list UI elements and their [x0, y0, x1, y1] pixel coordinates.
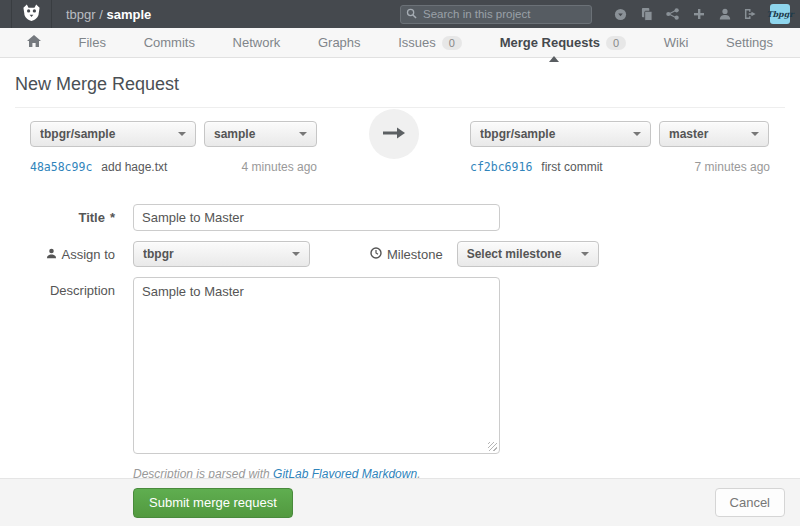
tanuki-icon	[21, 4, 42, 24]
project-owner[interactable]: tbpgr /	[66, 7, 103, 22]
nav-item-graphs[interactable]: Graphs	[318, 28, 361, 57]
target-branch-select[interactable]: master	[659, 121, 769, 147]
nav-item-merge-requests[interactable]: Merge Requests 0	[500, 28, 627, 57]
nav-label: Issues	[398, 35, 436, 50]
title-row: Title *	[15, 204, 785, 231]
target-commit-sha[interactable]: cf2bc6916	[470, 160, 532, 174]
milestone-label: Milestone	[370, 247, 443, 262]
description-label-text: Description	[50, 283, 115, 298]
title-label-text: Title	[78, 210, 105, 225]
compare-direction	[317, 121, 470, 159]
merge-direction-circle	[369, 109, 419, 159]
nav-label: Graphs	[318, 35, 361, 50]
source-commit-row: 48a58c99c add hage.txt 4 minutes ago	[30, 160, 317, 174]
chevron-down-icon	[633, 132, 641, 136]
description-row: Description Sample to Master	[15, 277, 785, 457]
source-branch-select[interactable]: sample	[204, 121, 317, 147]
target-repo-value: tbpgr/sample	[480, 127, 625, 141]
target-column: tbpgr/sample master cf2bc6916 first comm…	[470, 121, 770, 174]
cancel-button[interactable]: Cancel	[715, 488, 785, 517]
milestone-label-text: Milestone	[387, 247, 443, 262]
source-commit-sha[interactable]: 48a58c99c	[30, 160, 92, 174]
chevron-down-icon	[299, 132, 307, 136]
nav-item-files[interactable]: Files	[79, 28, 106, 57]
search-icon	[406, 7, 417, 22]
assignee-milestone-row: Assign to tbpgr Milestone Select milesto…	[15, 241, 785, 267]
page-title: New Merge Request	[15, 74, 785, 108]
assign-to-label: Assign to	[15, 247, 133, 262]
milestone-value: Select milestone	[467, 247, 573, 261]
description-textarea-wrap: Sample to Master	[133, 277, 500, 457]
compare-section: tbpgr/sample sample 48a58c99c add hage.t…	[15, 121, 785, 174]
nav-item-commits[interactable]: Commits	[144, 28, 195, 57]
nav-item-wiki[interactable]: Wiki	[664, 28, 689, 57]
target-commit-time: 7 minutes ago	[695, 160, 770, 174]
issues-count-badge: 0	[442, 36, 462, 50]
nav-label: Commits	[144, 35, 195, 50]
search-box[interactable]	[400, 5, 592, 24]
source-repo-value: tbpgr/sample	[40, 127, 170, 141]
form-actions-footer: Submit merge request Cancel	[0, 478, 800, 526]
main-content: New Merge Request tbpgr/sample sample 48…	[0, 74, 800, 481]
breadcrumb: tbpgr / sample	[66, 7, 151, 22]
new-project-icon[interactable]	[692, 8, 705, 21]
active-tab-caret-icon	[549, 56, 559, 62]
user-avatar[interactable]: Tbpgr	[770, 4, 790, 24]
clock-icon	[370, 247, 382, 262]
search-input[interactable]	[421, 7, 586, 21]
chevron-down-icon	[581, 252, 589, 256]
app-header: tbpgr / sample	[0, 0, 800, 28]
target-branch-value: master	[669, 127, 743, 141]
project-nav: Files Commits Network Graphs Issues 0 Me…	[0, 28, 800, 58]
globe-icon[interactable]	[614, 8, 627, 21]
source-branch-value: sample	[214, 127, 291, 141]
nav-label: Settings	[726, 35, 773, 50]
assign-to-label-text: Assign to	[62, 247, 115, 262]
source-column: tbpgr/sample sample 48a58c99c add hage.t…	[30, 121, 317, 174]
required-mark: *	[110, 210, 115, 225]
snippets-icon[interactable]	[640, 8, 653, 21]
network-icon[interactable]	[666, 8, 679, 21]
profile-icon[interactable]	[718, 8, 731, 21]
submit-merge-request-button[interactable]: Submit merge request	[133, 488, 293, 518]
gitlab-logo[interactable]	[11, 0, 52, 28]
title-label: Title *	[15, 210, 133, 225]
arrow-right-icon	[382, 127, 406, 142]
source-commit-message: add hage.txt	[101, 160, 167, 174]
source-commit-time: 4 minutes ago	[242, 160, 317, 174]
logout-icon[interactable]	[744, 8, 757, 21]
home-icon	[27, 35, 41, 51]
nav-item-home[interactable]	[27, 28, 41, 57]
user-icon	[46, 247, 57, 262]
description-textarea[interactable]: Sample to Master	[133, 277, 500, 454]
header-icon-bar	[614, 8, 757, 21]
nav-label: Wiki	[664, 35, 689, 50]
nav-label: Files	[79, 35, 106, 50]
nav-label: Merge Requests	[500, 35, 600, 50]
nav-item-settings[interactable]: Settings	[726, 28, 773, 57]
merge-request-form: Title * Assign to tbpgr	[15, 204, 785, 481]
assignee-value: tbpgr	[143, 247, 284, 261]
milestone-select[interactable]: Select milestone	[457, 241, 599, 267]
source-repo-select[interactable]: tbpgr/sample	[30, 121, 196, 147]
chevron-down-icon	[751, 132, 759, 136]
description-label: Description	[15, 283, 133, 298]
target-repo-select[interactable]: tbpgr/sample	[470, 121, 651, 147]
chevron-down-icon	[178, 132, 186, 136]
title-input[interactable]	[133, 204, 500, 231]
project-name[interactable]: sample	[106, 7, 151, 22]
target-commit-row: cf2bc6916 first commit 7 minutes ago	[470, 160, 770, 174]
merge-requests-count-badge: 0	[606, 36, 626, 50]
chevron-down-icon	[292, 252, 300, 256]
nav-item-issues[interactable]: Issues 0	[398, 28, 462, 57]
assignee-select[interactable]: tbpgr	[133, 241, 310, 267]
target-commit-message: first commit	[541, 160, 602, 174]
nav-item-network[interactable]: Network	[233, 28, 281, 57]
nav-label: Network	[233, 35, 281, 50]
